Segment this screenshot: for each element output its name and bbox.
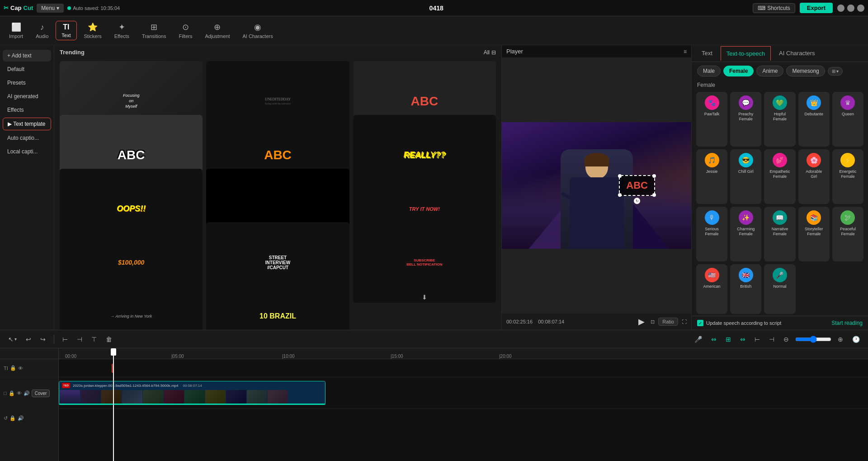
ruler-corner [0,348,58,359]
toolbar-filters[interactable]: ⊙ Filters [173,20,198,41]
cursor-tool[interactable]: ↖▾ [5,334,19,345]
voice-narrative-female[interactable]: 📖 NarrativeFemale [764,207,795,261]
lock-icon-2[interactable]: 🔒 [9,390,15,396]
split-button[interactable]: ⊢ [60,334,71,345]
audio-vol-icon[interactable]: 🔊 [18,415,24,421]
voice-american[interactable]: 🇺🇸 American [696,264,727,314]
voice-hopful-female[interactable]: 💚 HopfulFemale [764,92,795,147]
fullscreen-icon[interactable]: ⛶ [682,319,687,324]
add-text-button[interactable]: + Add text [3,50,51,62]
export-button[interactable]: Export [800,3,833,13]
start-reading-button[interactable]: Start reading [831,320,863,326]
split-clip-button[interactable]: ⊞ [723,334,734,345]
cover-button[interactable]: Cover [32,390,50,397]
audio-track-icon[interactable]: 🔊 [24,390,30,396]
voice-british[interactable]: 🇬🇧 British [730,264,761,314]
toolbar-ai-characters[interactable]: ◉ AI Characters [237,20,278,41]
voice-normal[interactable]: 🎤 Normal [764,264,795,314]
voice-avatar: 🎤 [773,268,787,282]
import-icon: ⬜ [11,22,21,32]
toolbar-audio[interactable]: ♪ Audio [30,21,54,41]
voice-chill-girl[interactable]: 😎 Chill Girl [730,149,761,204]
clock-button[interactable]: 🕐 [849,334,863,345]
menu-button[interactable]: Menu ▾ [37,4,64,13]
redo-button[interactable]: ↪ [38,334,48,345]
toolbar-text[interactable]: TI Text [56,21,76,40]
eye-icon-2[interactable]: 👁 [17,390,22,396]
voice-charming-female[interactable]: ✨ CharmingFemale [730,207,761,261]
tl-btn4[interactable]: ⊢ [752,334,763,345]
toolbar-transitions[interactable]: ⊞ Transitions [137,20,171,41]
all-filter[interactable]: All ⊟ [484,49,496,56]
split-left-button[interactable]: ⊣ [74,334,85,345]
toolbar-import[interactable]: ⬜ Import [4,20,28,41]
player-menu-icon[interactable]: ≡ [684,48,687,55]
template-text: $100,000 [118,259,144,266]
left-text-template[interactable]: ▶ Text template [3,118,51,130]
undo-button[interactable]: ↩ [23,334,34,345]
tl-btn3[interactable]: ⇔ [737,334,748,345]
tl-btn5[interactable]: ⊣ [766,334,777,345]
split-right-button[interactable]: ⊤ [89,334,99,345]
left-local-caption[interactable]: Local capti... [3,146,51,157]
voice-jessie[interactable]: 🎵 Jessie [696,149,727,204]
filter-anime[interactable]: Anime [756,66,783,76]
maximize-button[interactable] [847,5,854,12]
toolbar-adjustment[interactable]: ⊕ Adjustment [199,20,235,41]
voice-adorable-girl[interactable]: 🌸 AdorableGirl [798,149,830,204]
eye-icon[interactable]: 👁 [18,366,23,371]
lock-icon[interactable]: 🔒 [10,365,16,371]
zoom-in-button[interactable]: ⊕ [835,334,846,345]
voice-preachy-female[interactable]: 💬 PreachyFemale [730,92,761,147]
voices-grid: 🐾 PawTalk 💬 PreachyFemale 💚 HopfulFemale… [692,90,868,316]
voice-debutante[interactable]: 👑 Debutante [798,92,830,147]
filter-memesong[interactable]: Memesong [786,66,825,76]
left-default[interactable]: Default [3,63,51,75]
filter-male[interactable]: Male [697,66,721,76]
voice-storyteller-female[interactable]: 📚 StorytellerFemale [798,207,830,261]
toolbar-effects[interactable]: ✦ Effects [109,20,135,41]
close-button[interactable] [857,5,864,12]
play-button[interactable]: ▶ [636,316,647,327]
timeline-ruler: 00:00 |05:00 |10:00 |15:00 |20:00 [59,348,868,359]
voice-empathetic-female[interactable]: 💕 EmpatheticFemale [764,149,795,204]
snapshot-icon[interactable]: ⊡ [651,319,655,325]
link-button[interactable]: ⇔ [708,334,719,345]
tab-text[interactable]: Text [695,45,719,62]
minimize-button[interactable] [837,5,844,12]
text-clip-marker[interactable] [112,364,113,373]
video-frame: ABC ↻ [502,122,691,249]
filter-female[interactable]: Female [723,66,754,76]
voice-queen[interactable]: ♛ Queen [832,92,863,147]
tab-ai-characters[interactable]: AI Characters [773,45,821,62]
voice-serious-female[interactable]: 🎙 SeriousFemale [696,207,727,261]
mic-button[interactable]: 🎤 [692,334,705,345]
toolbar-stickers[interactable]: ⭐ Stickers [79,20,107,41]
tab-tts[interactable]: Text-to-speech [721,46,771,61]
delete-button[interactable]: 🗑 [103,334,115,345]
lock-icon-3[interactable]: 🔒 [9,415,16,421]
template-subscribe[interactable]: SUBSCRIBEBELL NOTIFICATION ⬇ [353,222,496,303]
voice-energetic-female[interactable]: ⚡ EnergeticFemale [832,149,863,204]
ratio-button[interactable]: Ratio [658,318,678,326]
zoom-slider[interactable] [795,336,831,343]
download-icon[interactable]: ⬇ [422,294,427,301]
voice-filter-extra[interactable]: ⊞ ▾ [828,67,843,76]
video-clip[interactable]: TED 2023s-jordan-klepper-001-9ad509a1-12… [59,381,326,404]
voice-avatar: 📖 [773,210,787,225]
template-arriving[interactable]: → Arriving in New York ⬇ [60,276,203,330]
voice-pawtalk[interactable]: 🐾 PawTalk [696,92,727,147]
clip-filename: 2023s-jordan-klepper-001-9ad509a1-1243-4… [73,384,179,388]
left-presets[interactable]: Presets [3,77,51,89]
text-icon: TI [63,23,69,31]
voice-peaceful-female[interactable]: 🕊 PeacefulFemale [832,207,863,261]
update-speech-checkbox[interactable]: ✓ Update speech according to script [697,320,781,326]
zoom-out-button[interactable]: ⊖ [781,334,792,345]
voice-avatar: 💕 [773,153,787,167]
shortcuts-button[interactable]: ⌨ Shortcuts [753,3,795,13]
left-ai-generated[interactable]: AI generated [3,90,51,102]
left-effects[interactable]: Effects [3,104,51,116]
left-auto-caption[interactable]: Auto captio... [3,132,51,144]
voice-avatar: 💚 [773,95,787,110]
template-10brazil[interactable]: 10 BRAZIL ⬇ [206,276,349,330]
